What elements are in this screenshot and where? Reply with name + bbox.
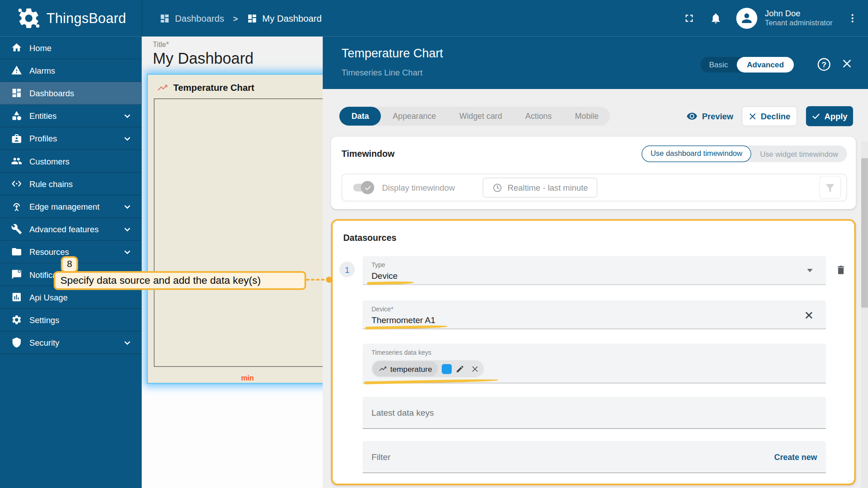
clear-device-icon[interactable]: ✕ bbox=[804, 309, 814, 322]
tab-widget-card[interactable]: Widget card bbox=[448, 112, 514, 121]
panel-scrollbar[interactable] bbox=[861, 141, 868, 488]
config-tabs: Data Appearance Widget card Actions Mobi… bbox=[340, 107, 610, 126]
user-name: John Doe bbox=[765, 9, 833, 19]
temperature-key-chip[interactable]: temperature bbox=[372, 360, 484, 377]
advanced-mode-option[interactable]: Advanced bbox=[737, 57, 794, 72]
sidebar-item-rule-chains[interactable]: Rule chains bbox=[0, 173, 142, 195]
eye-icon bbox=[686, 111, 697, 122]
breadcrumb-my-dashboard[interactable]: My Dashboard bbox=[247, 13, 322, 23]
timewindow-filter-button[interactable] bbox=[819, 176, 841, 199]
sidebar-item-alarms[interactable]: Alarms bbox=[0, 59, 142, 82]
sidebar-item-customers[interactable]: Customers bbox=[0, 150, 142, 173]
realtime-timewindow-button[interactable]: Realtime - last minute bbox=[483, 178, 598, 197]
entities-icon bbox=[11, 110, 22, 121]
rule-chains-icon bbox=[11, 178, 22, 189]
thingsboard-gear-icon bbox=[17, 6, 41, 30]
filter-field[interactable]: Filter Create new bbox=[363, 441, 826, 473]
datasource-row-number: 1 bbox=[340, 262, 355, 277]
check-icon bbox=[811, 112, 821, 121]
thingsboard-logo[interactable]: ThingsBoard bbox=[17, 0, 126, 37]
filter-icon bbox=[824, 182, 836, 193]
profiles-badge-icon bbox=[11, 133, 22, 144]
dashboard-icon bbox=[247, 13, 257, 23]
tab-mobile[interactable]: Mobile bbox=[563, 112, 610, 121]
tab-data[interactable]: Data bbox=[340, 107, 381, 126]
bar-chart-icon bbox=[11, 291, 22, 302]
chevron-down-icon bbox=[123, 135, 132, 144]
sidebar-item-dashboards[interactable]: Dashboards bbox=[0, 82, 142, 104]
apply-button[interactable]: Apply bbox=[806, 106, 853, 126]
sidebar-item-edge-management[interactable]: Edge management bbox=[0, 195, 142, 218]
timewindow-settings-box: Display timewindow Realtime - last minut… bbox=[342, 174, 847, 201]
thingsboard-app: ThingsBoard Dashboards > My Dashboard bbox=[0, 0, 868, 488]
fullscreen-icon[interactable] bbox=[683, 12, 695, 24]
config-title: Temperature Chart bbox=[342, 47, 443, 61]
check-icon bbox=[364, 184, 371, 191]
trending-up-icon bbox=[379, 365, 387, 373]
preview-button[interactable]: Preview bbox=[686, 106, 733, 126]
step-annotation-tooltip: Specify data source and add the data key… bbox=[54, 271, 306, 290]
chevron-down-icon bbox=[123, 248, 132, 257]
decline-button[interactable]: Decline bbox=[742, 106, 797, 126]
latest-data-keys-placeholder: Latest data keys bbox=[372, 408, 434, 418]
sidebar-item-profiles[interactable]: Profiles bbox=[0, 127, 142, 150]
device-field[interactable]: Device* Thermometer A1 ✕ bbox=[363, 300, 826, 329]
chevron-down-icon bbox=[123, 112, 132, 121]
widget-header: Temperature Chart bbox=[148, 75, 323, 94]
sidebar-item-advanced-features[interactable]: Advanced features bbox=[0, 218, 142, 240]
sidebar-item-security[interactable]: Security bbox=[0, 331, 142, 354]
user-avatar[interactable] bbox=[736, 8, 757, 29]
basic-mode-option[interactable]: Basic bbox=[700, 60, 737, 69]
timeseries-data-keys-field[interactable]: Timeseries data keys temperature bbox=[363, 343, 826, 383]
dropdown-caret-icon[interactable] bbox=[807, 269, 812, 272]
sidebar-item-settings[interactable]: Settings bbox=[0, 309, 142, 331]
use-dashboard-timewindow-option[interactable]: Use dashboard timewindow bbox=[642, 145, 751, 162]
more-menu-icon[interactable] bbox=[847, 13, 858, 23]
close-icon[interactable] bbox=[841, 58, 852, 69]
home-icon bbox=[11, 42, 22, 53]
topbar-actions: John Doe Tenant administrator bbox=[683, 0, 858, 37]
tools-icon bbox=[11, 224, 22, 235]
dashboard-title-field[interactable]: Title* My Dashboard bbox=[142, 37, 322, 73]
timewindow-scope-toggle: Use dashboard timewindow Use widget time… bbox=[642, 145, 847, 162]
help-icon[interactable]: ? bbox=[818, 58, 830, 71]
dashboard-title-label: Title* bbox=[153, 40, 323, 48]
filter-placeholder: Filter bbox=[372, 452, 391, 462]
notifications-bell-icon[interactable] bbox=[709, 12, 722, 24]
temperature-chart-widget[interactable]: Temperature Chart min bbox=[146, 74, 322, 384]
use-widget-timewindow-option[interactable]: Use widget timewindow bbox=[751, 150, 847, 158]
annotation-connector-dot bbox=[326, 277, 332, 282]
shield-icon bbox=[11, 337, 22, 348]
chevron-down-icon bbox=[123, 225, 132, 234]
topbar-divider bbox=[142, 0, 142, 37]
display-timewindow-toggle[interactable] bbox=[353, 183, 373, 192]
user-info: John Doe Tenant administrator bbox=[765, 9, 833, 28]
edit-pencil-icon[interactable] bbox=[456, 364, 465, 373]
delete-datasource-icon[interactable] bbox=[835, 264, 846, 275]
breadcrumb-dashboards[interactable]: Dashboards bbox=[160, 13, 224, 23]
warning-icon bbox=[11, 65, 22, 75]
trending-up-icon bbox=[157, 82, 169, 94]
widget-config-panel: Temperature Chart Timeseries Line Chart … bbox=[323, 37, 868, 488]
datasources-heading: Datasources bbox=[343, 233, 396, 243]
dashboard-title-value[interactable]: My Dashboard bbox=[153, 50, 323, 67]
tab-appearance[interactable]: Appearance bbox=[381, 112, 448, 121]
sidebar-item-entities[interactable]: Entities bbox=[0, 104, 142, 127]
scrollbar-thumb[interactable] bbox=[861, 158, 868, 308]
timewindow-card: Timewindow Use dashboard timewindow Use … bbox=[331, 136, 856, 209]
create-new-link[interactable]: Create new bbox=[774, 452, 817, 461]
x-axis-label: min bbox=[231, 374, 264, 382]
datasource-type-select[interactable]: Type Device bbox=[363, 256, 826, 285]
sidebar-item-home[interactable]: Home bbox=[0, 37, 142, 59]
device-label: Device* bbox=[372, 306, 394, 313]
display-timewindow-label: Display timewindow bbox=[382, 183, 455, 192]
folder-icon bbox=[11, 246, 22, 257]
latest-data-keys-field[interactable]: Latest data keys bbox=[363, 397, 826, 429]
customers-people-icon bbox=[11, 155, 22, 166]
dashboards-icon bbox=[160, 13, 170, 23]
tab-actions[interactable]: Actions bbox=[514, 112, 563, 121]
remove-key-icon[interactable] bbox=[472, 365, 479, 373]
key-color-swatch[interactable] bbox=[442, 364, 452, 374]
device-value: Thermometer A1 bbox=[372, 315, 435, 325]
chevron-down-icon bbox=[123, 202, 132, 211]
